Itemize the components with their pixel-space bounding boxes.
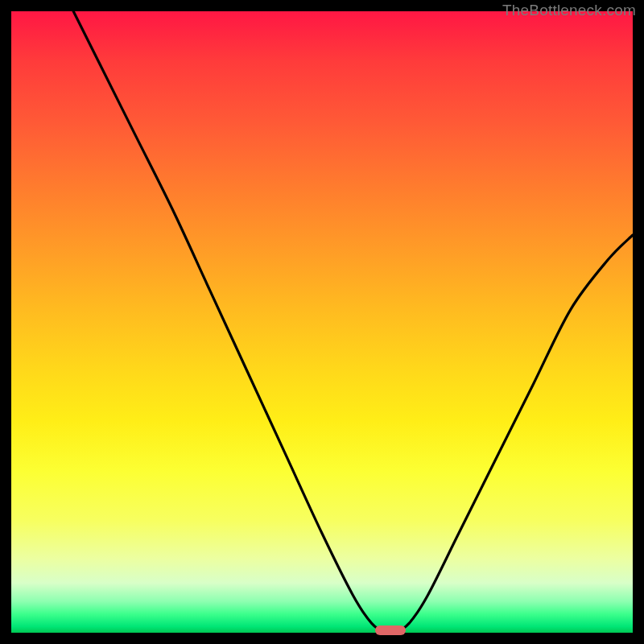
optimal-marker [375,625,407,635]
attribution-label: TheBottleneck.com [502,2,636,19]
bottleneck-curve [11,11,633,633]
chart-plot-area [11,11,633,633]
chart-frame: TheBottleneck.com [0,0,644,644]
curve-path [73,11,633,632]
